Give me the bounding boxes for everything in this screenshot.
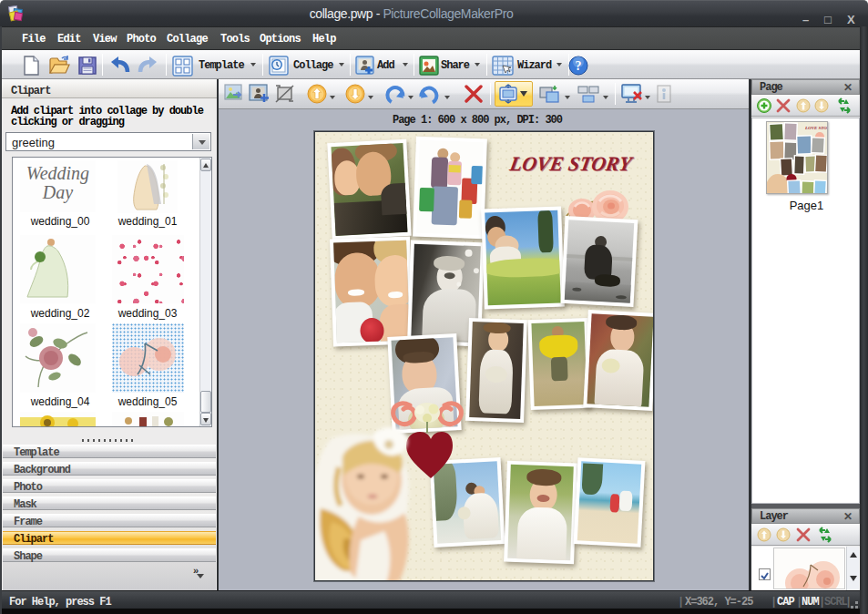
svg-text:?: ?: [576, 59, 582, 73]
svg-text:LOVE STORY: LOVE STORY: [804, 126, 828, 130]
